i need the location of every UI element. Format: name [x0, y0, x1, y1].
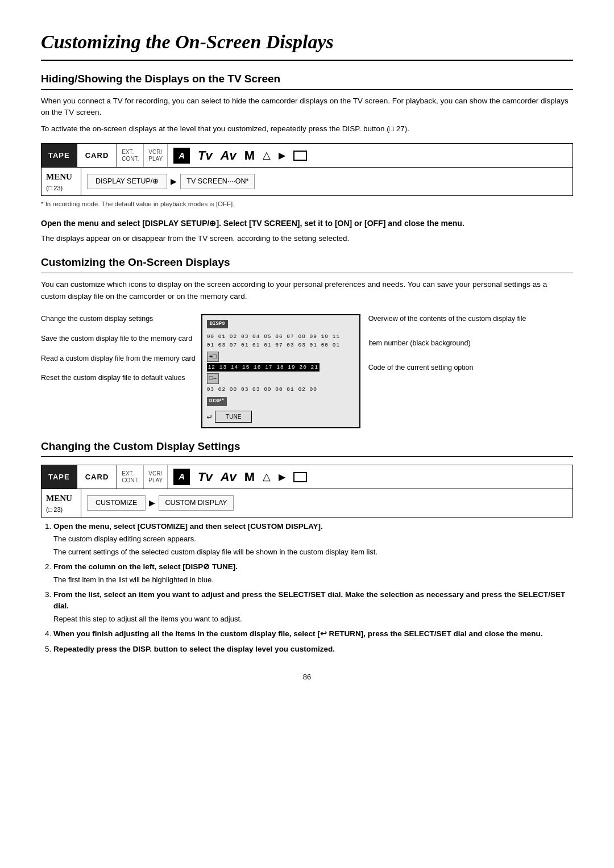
disp-data-row3: 12 13 14 15 16 17 18 19 20 21 [207, 363, 355, 372]
diagram-labels-left: Change the custom display settings Save … [41, 314, 201, 394]
icon2-m: M [244, 468, 255, 486]
menu1-item: DISPLAY SETUP/⊕ [87, 174, 167, 189]
menu1-arrow: ▶ [171, 176, 177, 187]
step3-bold: From the list, select an item you want t… [53, 590, 565, 610]
menu2-arrow: ▶ [149, 497, 155, 509]
toolbar2-icons: A Tv Av M △ ▶ [168, 465, 572, 489]
diagram-screen: DISP⊘ 00 01 02 03 04 05 06 07 08 09 10 1… [201, 314, 360, 428]
menu1-content: DISPLAY SETUP/⊕ ▶ TV SCREEN····ON* [81, 168, 572, 195]
tune-label: TUNE [215, 411, 252, 423]
menu-row1: MENU (□ 23) DISPLAY SETUP/⊕ ▶ TV SCREEN·… [41, 168, 573, 196]
toolbar1-vcr: VCR/PLAY [144, 144, 168, 167]
section1-heading: Hiding/Showing the Displays on the TV Sc… [41, 71, 573, 90]
icon-cassette: ▶ [279, 149, 285, 162]
page-title: Customizing the On-Screen Displays [41, 27, 573, 61]
toolbar2: TAPE CARD EXT.CONT. VCR/PLAY A Tv Av M △… [41, 465, 573, 489]
diag-label-save: Save the custom display file to the memo… [41, 334, 196, 344]
diag-label-read: Read a custom display file from the memo… [41, 354, 196, 364]
disp-data-row4: 03 02 00 03 03 00 00 01 02 00 [207, 385, 355, 394]
step3-sub1: Repeat this step to adjust all the items… [53, 614, 573, 625]
page-number: 86 [41, 671, 573, 683]
step1: Open the menu, select [CUSTOMIZE] and th… [53, 521, 573, 557]
icon2-rect [293, 472, 307, 482]
section1-footnote: * In recording mode. The default value i… [41, 199, 573, 209]
icon2-av: Av [221, 468, 237, 486]
disp-data-row1: 00 01 02 03 04 05 06 07 08 09 10 11 [207, 332, 355, 341]
section1-subheading: Open the menu and select [DISPLAY SETUP/… [41, 218, 573, 229]
icon-rect [293, 151, 307, 161]
disp2-badge: DISP* [207, 397, 227, 406]
diag-label-change: Change the custom display settings [41, 314, 196, 324]
step2-sub1: The first item in the list will be highl… [53, 574, 573, 586]
icon2-cassette: ▶ [279, 470, 285, 484]
disp-data-row2: 01 03 07 01 01 01 07 03 03 01 00 01 [207, 341, 355, 349]
icon-bell: △ [263, 148, 271, 163]
return-icon: ↵ [207, 411, 211, 423]
toolbar2-card: CARD [77, 465, 118, 489]
menu2-label: MENU (□ 23) [42, 489, 81, 517]
icon-a: A [173, 148, 190, 164]
icon-m: M [244, 146, 255, 165]
section3-heading: Changing the Custom Display Settings [41, 439, 573, 457]
step2-bold: From the column on the left, select [DIS… [53, 562, 238, 571]
menu2-content: CUSTOMIZE ▶ CUSTOM DISPLAY [81, 489, 572, 517]
diag-label-item: Item number (black background) [368, 339, 526, 348]
toolbar1-tape: TAPE [42, 144, 77, 167]
diagram-labels-right: Overview of the contents of the custom d… [360, 314, 526, 387]
toolbar1: TAPE CARD EXT.CONT. VCR/PLAY A Tv Av M △… [41, 143, 573, 168]
icon2-bell: △ [263, 469, 271, 485]
section1-para1: When you connect a TV for recording, you… [41, 95, 573, 119]
menu-row2: MENU (□ 23) CUSTOMIZE ▶ CUSTOM DISPLAY [41, 489, 573, 518]
icon-save: +□ [207, 352, 219, 362]
section1-subpara: The displays appear on or disappear from… [41, 233, 573, 245]
toolbar1-card: CARD [77, 144, 118, 167]
menu1-value: TV SCREEN····ON* [180, 174, 255, 189]
step5: Repeatedly press the DISP. button to sel… [53, 644, 573, 655]
step1-bold: Open the menu, select [CUSTOMIZE] and th… [53, 522, 323, 531]
steps-list: Open the menu, select [CUSTOMIZE] and th… [41, 521, 573, 656]
step5-bold: Repeatedly press the DISP. button to sel… [53, 645, 335, 653]
icon2-a: A [173, 469, 190, 485]
step4: When you finish adjusting all the items … [53, 628, 573, 640]
icon2-tv: Tv [198, 468, 213, 486]
diag-label-code: Code of the current setting option [368, 363, 526, 373]
section1-para2: To activate the on-screen displays at th… [41, 123, 573, 135]
menu2-item: CUSTOMIZE [87, 495, 146, 511]
step3: From the list, select an item you want t… [53, 589, 573, 624]
icon-tv: Tv [198, 146, 213, 165]
diag-label-reset: Reset the custom display file to default… [41, 373, 196, 383]
toolbar1-icons: A Tv Av M △ ▶ [168, 144, 572, 167]
icon-read: □→ [207, 373, 219, 384]
diagram-area: Change the custom display settings Save … [41, 314, 573, 428]
step2: From the column on the left, select [DIS… [53, 561, 573, 585]
diag-label-overview: Overview of the contents of the custom d… [368, 314, 526, 324]
toolbar1-ext: EXT.CONT. [117, 144, 144, 167]
section2-heading: Customizing the On-Screen Displays [41, 254, 573, 273]
disp-badge: DISP⊘ [207, 320, 228, 329]
icon-av: Av [221, 146, 237, 165]
tune-bar: ↵ TUNE [207, 411, 355, 423]
section2-para1: You can customize which icons to display… [41, 279, 573, 303]
step1-sub1: The custom display editing screen appear… [53, 533, 573, 545]
menu1-label: MENU (□ 23) [42, 168, 81, 195]
menu2-value: CUSTOM DISPLAY [159, 495, 233, 511]
step4-bold: When you finish adjusting all the items … [53, 629, 542, 638]
toolbar2-tape: TAPE [42, 465, 77, 489]
disp-highlight: 12 13 14 15 16 17 18 19 20 21 [207, 363, 320, 372]
toolbar2-ext: EXT.CONT. [117, 465, 144, 489]
step1-sub2: The current settings of the selected cus… [53, 546, 573, 558]
toolbar2-vcr: VCR/PLAY [144, 465, 168, 489]
